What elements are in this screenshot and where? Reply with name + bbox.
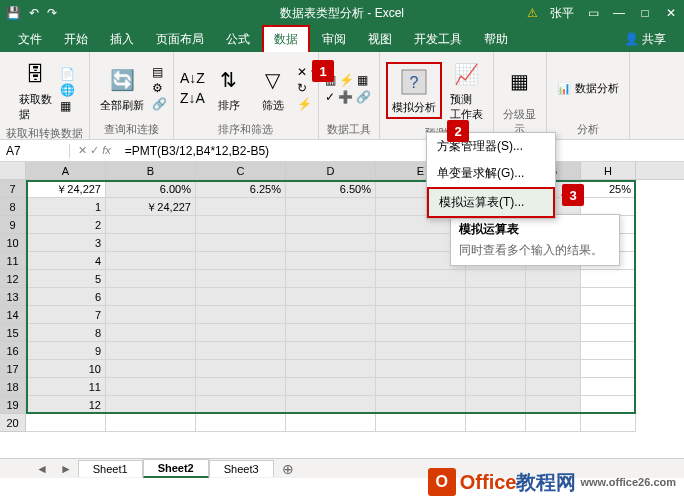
cell[interactable] (196, 324, 286, 342)
cell[interactable] (106, 360, 196, 378)
cell[interactable] (581, 270, 636, 288)
sheet-tab-1[interactable]: Sheet1 (78, 460, 143, 477)
undo-icon[interactable]: ↶ (29, 6, 39, 20)
cell[interactable]: 3 (26, 234, 106, 252)
get-data-button[interactable]: 🗄 获取数 据 (15, 56, 56, 124)
cell[interactable] (376, 342, 466, 360)
cancel-icon[interactable]: ✕ (78, 144, 87, 156)
cell[interactable]: 11 (26, 378, 106, 396)
cell[interactable] (466, 270, 526, 288)
row-header[interactable]: 11 (0, 252, 26, 270)
cell[interactable] (106, 216, 196, 234)
col-header-C[interactable]: C (196, 162, 286, 179)
share-button[interactable]: 👤 共享 (616, 27, 674, 52)
cell[interactable] (286, 324, 376, 342)
cell[interactable] (581, 324, 636, 342)
cell[interactable] (466, 378, 526, 396)
reapply-icon[interactable]: ↻ (297, 81, 312, 95)
cell[interactable] (106, 396, 196, 414)
cell[interactable] (581, 288, 636, 306)
cell[interactable] (376, 306, 466, 324)
cell[interactable]: 1 (26, 198, 106, 216)
queries-icon[interactable]: ▤ (152, 65, 167, 79)
row-header[interactable]: 19 (0, 396, 26, 414)
cell[interactable] (526, 360, 581, 378)
data-analysis-button[interactable]: 📊 数据分析 (553, 79, 623, 98)
cell[interactable] (376, 270, 466, 288)
cell[interactable] (196, 306, 286, 324)
cell[interactable] (376, 378, 466, 396)
cell[interactable] (526, 414, 581, 432)
from-text-icon[interactable]: 📄 (60, 67, 75, 81)
sort-button[interactable]: ⇅ 排序 (209, 62, 249, 115)
cell[interactable] (466, 288, 526, 306)
cell[interactable] (526, 324, 581, 342)
maximize-icon[interactable]: □ (638, 6, 652, 20)
cell[interactable] (196, 342, 286, 360)
cell[interactable] (376, 396, 466, 414)
save-icon[interactable]: 💾 (6, 6, 21, 20)
cell[interactable] (526, 378, 581, 396)
cell[interactable] (466, 306, 526, 324)
user-name[interactable]: 张平 (550, 5, 574, 22)
relationships-icon[interactable]: 🔗 (356, 90, 371, 104)
cell[interactable]: ￥24,227 (26, 180, 106, 198)
cell[interactable] (196, 288, 286, 306)
data-table-item[interactable]: 模拟运算表(T)... (427, 187, 555, 218)
row-header[interactable]: 9 (0, 216, 26, 234)
filter-button[interactable]: ▽ 筛选 (253, 62, 293, 115)
cell[interactable] (106, 306, 196, 324)
data-validation-icon[interactable]: ✓ (325, 90, 335, 104)
cell[interactable]: ￥24,227 (106, 198, 196, 216)
tab-layout[interactable]: 页面布局 (146, 27, 214, 52)
col-header-A[interactable]: A (26, 162, 106, 179)
refresh-all-button[interactable]: 🔄 全部刷新 (96, 62, 148, 115)
cell[interactable] (581, 414, 636, 432)
row-header[interactable]: 20 (0, 414, 26, 432)
cell[interactable]: 5 (26, 270, 106, 288)
cell[interactable] (286, 234, 376, 252)
tab-developer[interactable]: 开发工具 (404, 27, 472, 52)
cell[interactable]: 9 (26, 342, 106, 360)
cell[interactable] (196, 252, 286, 270)
col-header-H[interactable]: H (581, 162, 636, 179)
sheet-tab-3[interactable]: Sheet3 (209, 460, 274, 477)
edit-links-icon[interactable]: 🔗 (152, 97, 167, 111)
cell[interactable] (376, 360, 466, 378)
col-header-D[interactable]: D (286, 162, 376, 179)
cell[interactable] (106, 288, 196, 306)
cell[interactable] (196, 360, 286, 378)
remove-duplicates-icon[interactable]: ▦ (357, 73, 368, 87)
tab-home[interactable]: 开始 (54, 27, 98, 52)
sheet-nav-prev-icon[interactable]: ◄ (30, 462, 54, 476)
from-web-icon[interactable]: 🌐 (60, 83, 75, 97)
cell[interactable] (581, 342, 636, 360)
cell[interactable] (581, 306, 636, 324)
cell[interactable]: 6.25% (196, 180, 286, 198)
properties-icon[interactable]: ⚙ (152, 81, 167, 95)
cell[interactable] (376, 324, 466, 342)
tab-file[interactable]: 文件 (8, 27, 52, 52)
cell[interactable] (286, 270, 376, 288)
cell[interactable] (196, 414, 286, 432)
cell[interactable]: 7 (26, 306, 106, 324)
cell[interactable]: 25% (581, 180, 636, 198)
sheet-nav-next-icon[interactable]: ► (54, 462, 78, 476)
cell[interactable]: 12 (26, 396, 106, 414)
cell[interactable] (286, 360, 376, 378)
row-header[interactable]: 8 (0, 198, 26, 216)
sort-desc-icon[interactable]: Z↓A (180, 90, 205, 106)
sort-asc-icon[interactable]: A↓Z (180, 70, 205, 86)
from-table-icon[interactable]: ▦ (60, 99, 75, 113)
cell[interactable] (581, 396, 636, 414)
outline-button[interactable]: ▦ (500, 63, 540, 99)
cell[interactable] (106, 324, 196, 342)
cell[interactable] (196, 378, 286, 396)
row-header[interactable]: 13 (0, 288, 26, 306)
cell[interactable] (196, 270, 286, 288)
cell[interactable] (466, 396, 526, 414)
cell[interactable] (196, 396, 286, 414)
close-icon[interactable]: ✕ (664, 6, 678, 20)
cell[interactable] (286, 378, 376, 396)
cell[interactable] (526, 306, 581, 324)
